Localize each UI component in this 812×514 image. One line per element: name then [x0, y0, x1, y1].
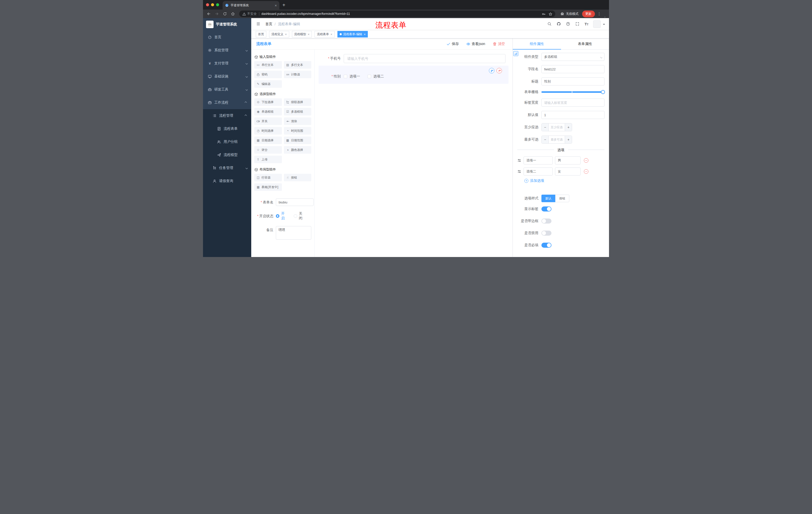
palette-item-switch[interactable]: 开关 — [254, 117, 282, 125]
status-off-label[interactable]: 关闭 — [299, 212, 306, 220]
palette-item-time-range[interactable]: 时间范围 — [284, 127, 312, 135]
tag-process-form-edit[interactable]: 流程表单-编辑× — [338, 31, 368, 37]
password-key-icon[interactable] — [542, 12, 546, 16]
drag-handle-icon[interactable] — [517, 169, 521, 173]
style-default-button[interactable]: 默认 — [542, 195, 555, 202]
window-minimize-button[interactable] — [211, 3, 214, 6]
sidebar-item-home[interactable]: 首页 — [203, 31, 251, 44]
required-switch[interactable] — [542, 243, 551, 248]
address-bar[interactable]: 不安全 dashboard.yudao.iocoder.cn/bpm/manag… — [239, 10, 555, 17]
tag-process-definition[interactable]: 流程定义× — [269, 31, 289, 37]
palette-item-select[interactable]: 下拉选择 — [254, 98, 282, 106]
copy-field-button[interactable] — [489, 68, 494, 74]
default-value-input[interactable] — [542, 111, 605, 119]
sidebar-item-process-form[interactable]: 流程表单 — [203, 122, 251, 135]
gender-option-1[interactable]: 选项一 — [344, 74, 360, 79]
tag-close-icon[interactable]: × — [364, 33, 366, 36]
phone-field-input[interactable] — [344, 54, 505, 63]
window-maximize-button[interactable] — [216, 3, 219, 6]
form-remark-textarea[interactable]: 嘿嘿 — [276, 226, 311, 240]
bookmark-star-icon[interactable] — [548, 12, 552, 16]
sidebar-item-leave-query[interactable]: 请假查询 — [203, 174, 251, 188]
style-button-button[interactable]: 按钮 — [555, 195, 569, 202]
field-name-input[interactable] — [542, 65, 605, 73]
title-input[interactable] — [542, 77, 605, 85]
increase-button[interactable]: + — [565, 124, 572, 131]
option-value-input[interactable] — [555, 156, 581, 164]
sidebar-item-process-model[interactable]: 流程模型 — [203, 148, 251, 161]
palette-item-rate[interactable]: 评分 — [254, 146, 282, 154]
delete-field-button[interactable] — [496, 68, 502, 74]
palette-item-table[interactable]: 表格[开发中] — [254, 183, 282, 191]
canvas-field-phone[interactable]: 手机号 — [319, 54, 509, 63]
option-value-input[interactable] — [555, 167, 581, 175]
help-icon[interactable] — [566, 22, 571, 26]
status-on-label[interactable]: 开启 — [281, 212, 288, 220]
drag-handle-icon[interactable] — [517, 158, 521, 162]
search-icon[interactable] — [547, 22, 552, 26]
save-button[interactable]: 保存 — [446, 42, 459, 46]
app-logo-row[interactable]: 芋道管理系统 — [203, 18, 251, 31]
palette-item-checkbox-group[interactable]: 多选框组 — [284, 108, 312, 115]
avatar-caret-icon[interactable] — [603, 24, 605, 26]
sidebar-item-system[interactable]: 系统管理 — [203, 44, 251, 57]
tab-form-props[interactable]: 表单属性 — [561, 38, 609, 49]
tag-close-icon[interactable]: × — [308, 33, 310, 36]
browser-tab[interactable]: 芋道管理系统 × — [223, 1, 279, 9]
palette-item-date-picker[interactable]: 日期选择 — [254, 137, 282, 144]
new-tab-button[interactable]: + — [282, 2, 285, 7]
palette-item-row-container[interactable]: 行容器 — [254, 174, 282, 181]
form-canvas[interactable]: 手机号 — [315, 50, 513, 257]
sidebar-item-dev-tools[interactable]: 研发工具 — [203, 83, 251, 96]
back-button[interactable] — [205, 10, 212, 17]
reload-button[interactable] — [222, 10, 228, 17]
disabled-switch[interactable] — [542, 231, 551, 236]
tag-close-icon[interactable]: × — [330, 33, 332, 36]
home-button[interactable] — [230, 10, 236, 17]
browser-menu-icon[interactable]: ⋮ — [597, 11, 603, 16]
browser-update-button[interactable]: 更新 — [582, 10, 595, 17]
sidebar-item-workflow[interactable]: 工作流程 — [203, 96, 251, 109]
sidebar-item-task-management[interactable]: 任务管理 — [203, 161, 251, 174]
canvas-field-gender-selected[interactable]: 性别 选项一 选项二 — [319, 65, 509, 84]
sidebar-item-infrastructure[interactable]: 基础设施 — [203, 70, 251, 83]
security-warning-icon[interactable] — [242, 12, 246, 16]
decrease-button[interactable]: − — [542, 124, 549, 131]
palette-item-color-picker[interactable]: 颜色选择 — [284, 146, 312, 154]
palette-item-button[interactable]: 按钮 — [284, 174, 312, 181]
remove-option-icon[interactable]: − — [584, 158, 588, 163]
label-width-input[interactable] — [542, 99, 605, 107]
status-on-radio[interactable] — [276, 214, 279, 218]
add-option-button[interactable]: + 添加选项 — [524, 179, 605, 183]
font-size-icon[interactable]: TT — [585, 22, 588, 26]
tag-home[interactable]: 首页 — [256, 31, 266, 37]
hamburger-menu-icon[interactable] — [255, 21, 262, 27]
form-name-input[interactable] — [276, 198, 314, 206]
avatar[interactable] — [593, 20, 601, 28]
sidebar-item-process-management[interactable]: 流程管理 — [203, 109, 251, 122]
tag-close-icon[interactable]: × — [285, 33, 287, 36]
palette-item-slider[interactable]: 滑块 — [284, 117, 312, 125]
show-label-switch[interactable] — [542, 207, 551, 212]
palette-item-upload[interactable]: 上传 — [254, 156, 282, 163]
github-icon[interactable] — [557, 22, 561, 26]
palette-item-date-range[interactable]: 日期范围 — [284, 137, 312, 144]
component-type-select[interactable]: 多选框组 — [542, 53, 605, 61]
decrease-button[interactable]: − — [542, 136, 549, 143]
forward-button[interactable] — [213, 10, 220, 17]
status-off-radio[interactable] — [294, 214, 297, 218]
form-grid-slider[interactable] — [542, 90, 605, 94]
palette-item-radio-group[interactable]: 单选框组 — [254, 108, 282, 115]
palette-item-single-line-text[interactable]: 单行文本 — [254, 61, 282, 69]
tab-component-props[interactable]: 组件属性 — [513, 38, 561, 49]
slider-handle[interactable] — [601, 90, 605, 94]
breadcrumb-home[interactable]: 首页 — [265, 22, 272, 26]
gender-option-2[interactable]: 选项二 — [368, 74, 384, 79]
sidebar-item-payment[interactable]: ¥ 支付管理 — [203, 57, 251, 70]
border-switch[interactable] — [542, 218, 551, 223]
palette-item-editor[interactable]: 编辑器 — [254, 80, 282, 88]
min-select-value[interactable]: 至少应选 — [549, 124, 565, 131]
palette-item-password[interactable]: 密码 — [254, 71, 282, 78]
remove-option-icon[interactable]: − — [584, 169, 588, 174]
sidebar-item-user-groups[interactable]: 用户分组 — [203, 135, 251, 148]
